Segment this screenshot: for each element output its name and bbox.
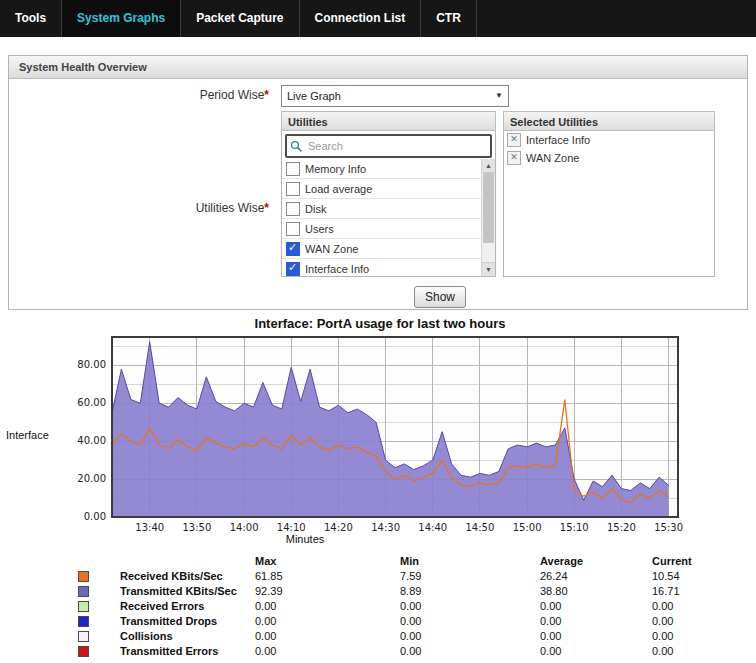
svg-text:15:20: 15:20	[607, 522, 636, 533]
tab-system-graphs[interactable]: System Graphs	[62, 0, 181, 37]
period-select[interactable]: Live Graph ▼	[281, 85, 509, 107]
stats-value: 0.00	[255, 614, 400, 629]
checkbox[interactable]	[286, 222, 300, 236]
required-asterisk: *	[264, 201, 269, 215]
legend-swatch	[78, 631, 89, 642]
stats-value: 0.00	[255, 629, 400, 644]
stats-value: 0.00	[255, 599, 400, 614]
legend-swatch	[78, 616, 89, 627]
utilities-list-header: Utilities	[281, 111, 496, 131]
svg-text:14:20: 14:20	[324, 522, 353, 533]
selected-utility-wan-zone: ✕ WAN Zone	[504, 149, 714, 167]
stats-row-label: Transmitted Drops	[120, 614, 255, 629]
stats-value: 0.00	[540, 599, 652, 614]
checkbox[interactable]	[286, 262, 300, 276]
utility-item-memory-info[interactable]: Memory Info	[282, 159, 481, 179]
stats-value: 16.71	[652, 584, 736, 599]
stats-row-label: Collisions	[120, 629, 255, 644]
utilities-search-box[interactable]	[285, 134, 492, 158]
search-icon	[290, 140, 303, 153]
utility-item-load-average[interactable]: Load average	[282, 179, 481, 199]
stats-value: 92.39	[255, 584, 400, 599]
stats-value: 38.80	[540, 584, 652, 599]
svg-text:40.00: 40.00	[77, 435, 106, 446]
legend-swatch	[78, 601, 89, 612]
stats-value: 61.85	[255, 569, 400, 584]
svg-text:13:50: 13:50	[182, 522, 211, 533]
tab-ctr[interactable]: CTR	[421, 0, 477, 37]
stats-row-label: Transmitted Errors	[120, 644, 255, 659]
checkbox[interactable]	[286, 162, 300, 176]
utility-item-label: Memory Info	[305, 163, 366, 175]
selected-utilities-list: ✕ Interface Info ✕ WAN Zone	[503, 131, 715, 277]
stats-value: 0.00	[400, 644, 540, 659]
legend-swatch	[78, 571, 89, 582]
utilities-scrollbar[interactable]: ▲ ▼	[481, 159, 495, 276]
svg-text:15:00: 15:00	[513, 522, 542, 533]
svg-text:15:30: 15:30	[654, 522, 683, 533]
svg-text:0.00: 0.00	[84, 511, 106, 522]
period-select-value: Live Graph	[287, 90, 341, 102]
utilities-search-input[interactable]	[306, 139, 487, 153]
stats-value: 0.00	[540, 629, 652, 644]
required-asterisk: *	[264, 88, 269, 102]
stats-value: 0.00	[652, 599, 736, 614]
svg-text:20.00: 20.00	[77, 473, 106, 484]
utility-item-label: Load average	[305, 183, 372, 195]
chart-title: Interface: PortA usage for last two hour…	[60, 316, 700, 331]
utilities-items: Memory Info Load average Disk Users WAN …	[282, 159, 481, 276]
utilities-wise-label: Utilities Wise*	[9, 201, 269, 215]
tab-tools[interactable]: Tools	[0, 0, 62, 37]
checkbox[interactable]	[286, 242, 300, 256]
utility-item-wan-zone[interactable]: WAN Zone	[282, 239, 481, 259]
usage-chart-svg: 13:4013:5014:0014:1014:2014:3014:4014:50…	[66, 333, 706, 545]
checkbox[interactable]	[286, 202, 300, 216]
utility-item-label: Users	[305, 223, 334, 235]
utility-item-users[interactable]: Users	[282, 219, 481, 239]
stats-header-average: Average	[540, 554, 652, 569]
svg-text:80.00: 80.00	[77, 359, 106, 370]
show-button[interactable]: Show	[414, 286, 466, 308]
stats-header-min: Min	[400, 554, 540, 569]
stats-value: 0.00	[400, 614, 540, 629]
selected-utility-label: WAN Zone	[526, 152, 579, 164]
chevron-down-icon: ▼	[495, 86, 503, 106]
remove-icon[interactable]: ✕	[507, 151, 521, 165]
utilities-list: Memory Info Load average Disk Users WAN …	[281, 131, 496, 277]
stats-value: 0.00	[540, 644, 652, 659]
svg-text:15:10: 15:10	[560, 522, 589, 533]
selected-utility-label: Interface Info	[526, 134, 590, 146]
utility-item-disk[interactable]: Disk	[282, 199, 481, 219]
svg-text:14:40: 14:40	[418, 522, 447, 533]
stats-value: 10.54	[652, 569, 736, 584]
scroll-up-icon[interactable]: ▲	[482, 159, 495, 173]
scrollbar-thumb[interactable]	[483, 173, 494, 243]
selected-utility-interface-info: ✕ Interface Info	[504, 131, 714, 149]
stats-value: 0.00	[400, 629, 540, 644]
stats-value: 26.24	[540, 569, 652, 584]
stats-value: 0.00	[652, 629, 736, 644]
utility-item-interface-info[interactable]: Interface Info	[282, 259, 481, 276]
tab-packet-capture[interactable]: Packet Capture	[181, 0, 299, 37]
period-wise-label: Period Wise*	[9, 88, 269, 102]
svg-text:14:00: 14:00	[230, 522, 259, 533]
checkbox[interactable]	[286, 182, 300, 196]
tab-connection-list[interactable]: Connection List	[300, 0, 422, 37]
utility-item-label: Interface Info	[305, 263, 369, 275]
top-nav: Tools System Graphs Packet Capture Conne…	[0, 0, 756, 37]
selected-utilities-header: Selected Utilities	[503, 111, 715, 131]
chart-y-axis-label: Interface	[6, 429, 49, 441]
panel-title: System Health Overview	[9, 56, 747, 79]
legend-swatch	[78, 646, 89, 657]
svg-text:14:50: 14:50	[465, 522, 494, 533]
stats-value: 0.00	[652, 644, 736, 659]
system-health-panel: System Health Overview Period Wise* Live…	[8, 55, 748, 310]
remove-icon[interactable]: ✕	[507, 133, 521, 147]
stats-header-max: Max	[255, 554, 400, 569]
stats-row-label: Transmitted KBits/Sec	[120, 584, 255, 599]
stats-value: 7.59	[400, 569, 540, 584]
svg-text:14:10: 14:10	[277, 522, 306, 533]
scroll-down-icon[interactable]: ▼	[482, 262, 495, 276]
stats-value: 0.00	[400, 599, 540, 614]
utility-item-label: WAN Zone	[305, 243, 358, 255]
